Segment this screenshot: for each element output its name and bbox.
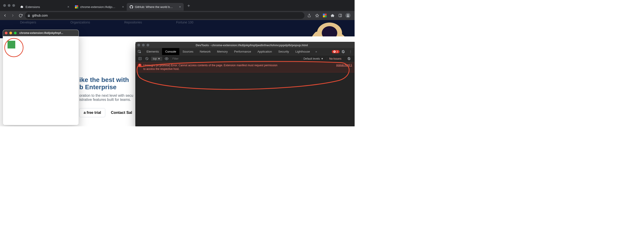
profile-avatar[interactable] bbox=[344, 12, 352, 19]
error-count-badge: 2 bbox=[138, 63, 142, 67]
address-text: github.com bbox=[32, 14, 48, 17]
nav-link[interactable]: Developers bbox=[20, 20, 36, 24]
tab-extensions[interactable]: Extensions × bbox=[17, 3, 72, 11]
error-count-pill[interactable]: 2 bbox=[332, 50, 340, 53]
new-tab-button[interactable]: ＋ bbox=[184, 2, 194, 9]
issues-button[interactable]: No Issues bbox=[327, 57, 344, 60]
tab-application[interactable]: Application bbox=[254, 48, 275, 55]
svg-rect-17 bbox=[138, 57, 141, 60]
lock-icon bbox=[27, 14, 30, 17]
element-picker-icon[interactable] bbox=[136, 50, 143, 53]
traffic-dot bbox=[3, 4, 6, 7]
svg-rect-0 bbox=[75, 5, 76, 7]
heading-line-1: ike the best with bbox=[79, 76, 133, 84]
reload-button[interactable] bbox=[17, 12, 24, 19]
color-square-icon bbox=[75, 5, 78, 9]
address-bar[interactable]: github.com bbox=[25, 12, 304, 19]
github-icon bbox=[130, 5, 133, 9]
log-levels-selector[interactable]: Default levels ▼ bbox=[302, 57, 325, 60]
close-icon[interactable]: × bbox=[68, 5, 69, 9]
console-body: 2 Uncaught (in promise) Error: Cannot ac… bbox=[136, 62, 354, 77]
back-button[interactable] bbox=[2, 12, 8, 19]
popup-titlebar: chrome-extension://kdijokpfmpf... bbox=[3, 30, 78, 36]
zoom-traffic-icon[interactable] bbox=[14, 32, 17, 34]
svg-rect-6 bbox=[323, 14, 325, 15]
panel-icon[interactable] bbox=[337, 12, 344, 19]
minimize-traffic-icon[interactable] bbox=[9, 32, 12, 34]
traffic-dot bbox=[146, 44, 149, 46]
tab-security[interactable]: Security bbox=[275, 48, 292, 55]
chevron-down-icon: ▼ bbox=[158, 57, 160, 60]
free-trial-button[interactable]: a free trial bbox=[79, 108, 105, 117]
svg-rect-10 bbox=[339, 14, 342, 17]
traffic-dot bbox=[138, 44, 140, 46]
close-traffic-icon[interactable] bbox=[5, 32, 8, 34]
tab-label: chrome-extension://kdijokpfmp bbox=[80, 5, 117, 9]
contact-sales-link[interactable]: Contact Sal bbox=[111, 110, 132, 115]
gear-icon[interactable] bbox=[340, 50, 347, 53]
traffic-dot bbox=[12, 4, 15, 7]
svg-rect-9 bbox=[325, 15, 326, 17]
annotation-circle bbox=[4, 38, 24, 57]
eye-icon[interactable] bbox=[164, 57, 169, 60]
context-label: top bbox=[153, 57, 157, 60]
svg-rect-3 bbox=[76, 7, 78, 8]
context-selector[interactable]: top ▼ bbox=[151, 57, 162, 61]
star-icon[interactable] bbox=[314, 12, 320, 19]
paragraph-line-1: oration to the next level with secu bbox=[79, 94, 133, 97]
traffic-dot bbox=[8, 4, 10, 7]
nav-link[interactable]: Repositories bbox=[124, 20, 142, 24]
devtools-titlebar: DevTools - chrome-extension://kdijokpfmp… bbox=[136, 42, 354, 48]
toolbar-right bbox=[306, 12, 353, 19]
nav-link[interactable]: Organizations bbox=[70, 20, 90, 24]
tab-label: GitHub: Where the world builds bbox=[135, 5, 174, 9]
tab-memory[interactable]: Memory bbox=[214, 48, 231, 55]
sidebar-toggle-icon[interactable] bbox=[138, 57, 142, 60]
window-traffic-lights bbox=[1, 4, 17, 7]
devtools-window: DevTools - chrome-extension://kdijokpfmp… bbox=[135, 42, 354, 126]
console-toolbar: top ▼ Default levels ▼ No Issues bbox=[136, 55, 354, 62]
puzzle-icon bbox=[20, 5, 24, 9]
tab-performance[interactable]: Performance bbox=[231, 48, 254, 55]
svg-rect-7 bbox=[325, 14, 326, 15]
share-icon[interactable] bbox=[306, 12, 313, 19]
popup-body bbox=[3, 36, 78, 125]
console-error-row[interactable]: 2 Uncaught (in promise) Error: Cannot ac… bbox=[136, 62, 354, 72]
heading-line-2: b Enterprise bbox=[79, 84, 133, 91]
console-gear-icon[interactable] bbox=[346, 57, 352, 60]
traffic-dot bbox=[142, 44, 145, 46]
popup-title-text: chrome-extension://kdijokpfmpf... bbox=[19, 31, 63, 35]
error-message: Uncaught (in promise) Error: Cannot acce… bbox=[143, 63, 333, 71]
extension-popup-window: chrome-extension://kdijokpfmpf... bbox=[3, 29, 79, 125]
error-source-link[interactable]: popup.html:1 bbox=[336, 63, 352, 71]
console-filter-input[interactable] bbox=[171, 57, 300, 61]
clear-console-icon[interactable] bbox=[144, 57, 149, 60]
console-prompt[interactable]: › bbox=[136, 72, 354, 77]
tab-github[interactable]: GitHub: Where the world builds × bbox=[127, 3, 184, 11]
tab-label: Extensions bbox=[26, 5, 40, 9]
close-icon[interactable]: × bbox=[179, 5, 181, 9]
svg-rect-8 bbox=[323, 15, 325, 17]
svg-rect-1 bbox=[76, 5, 78, 7]
tab-console[interactable]: Console bbox=[162, 48, 179, 55]
error-count: 2 bbox=[336, 50, 338, 53]
forward-button[interactable] bbox=[10, 12, 16, 19]
paragraph-line-2: istrative features built for teams. bbox=[79, 98, 131, 102]
tab-sources[interactable]: Sources bbox=[179, 48, 197, 55]
levels-label: Default levels bbox=[304, 57, 320, 60]
svg-point-12 bbox=[348, 14, 349, 15]
close-icon[interactable]: × bbox=[122, 5, 124, 9]
extensions-puzzle-icon[interactable] bbox=[329, 12, 336, 19]
more-tabs-chevron-icon[interactable]: » bbox=[313, 50, 319, 53]
tab-network[interactable]: Network bbox=[197, 48, 214, 55]
github-copy: ike the best with b Enterprise oration t… bbox=[79, 76, 133, 117]
nav-link[interactable]: Fortune 100 bbox=[176, 20, 194, 24]
kebab-menu-icon[interactable]: ⋮ bbox=[347, 50, 354, 53]
extension-icon[interactable] bbox=[321, 12, 328, 19]
svg-line-19 bbox=[146, 58, 148, 60]
tab-elements[interactable]: Elements bbox=[143, 48, 162, 55]
tab-chrome-extension[interactable]: chrome-extension://kdijokpfmp × bbox=[72, 3, 127, 11]
svg-marker-5 bbox=[316, 14, 318, 17]
tab-lighthouse[interactable]: Lighthouse bbox=[292, 48, 313, 55]
svg-rect-2 bbox=[75, 7, 76, 8]
